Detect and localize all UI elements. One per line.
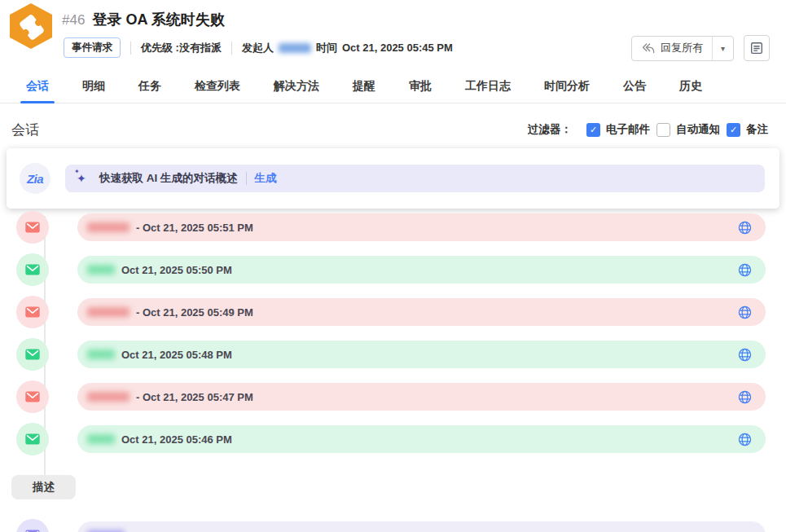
conversation-row[interactable]: Oct 21, 2025 05:50 PM [77,256,766,284]
generate-link[interactable]: 生成 [255,171,277,186]
sender-name-redacted [87,307,130,317]
email-red-avatar [16,380,49,413]
ticket-icon [19,14,45,42]
globe-icon [737,262,753,278]
filter-option-label: 自动通知 [676,122,720,137]
globe-button[interactable] [737,389,753,405]
timeline-avatar-column [0,211,77,244]
tab-3[interactable]: 检查列表 [194,72,241,103]
tab-5[interactable]: 提醒 [352,72,376,103]
globe-icon [737,347,753,363]
divider [246,172,247,185]
email-green-avatar [16,338,49,371]
entry-timestamp: Oct 21, 2025 05:50 PM [121,264,232,276]
entry-timestamp: - Oct 21, 2025 05:47 PM [136,391,253,403]
created-time: Oct 21, 2025 05:45 PM [342,42,453,54]
email-icon [24,430,42,448]
entry-timestamp: - Oct 21, 2025 05:49 PM [136,306,253,319]
tab-1[interactable]: 明细 [81,72,106,103]
globe-button[interactable] [737,220,753,235]
timeline-avatar-column [0,253,77,286]
reply-all-icon [641,42,655,55]
sender-name-redacted [87,350,115,359]
page-title: 登录 OA 系统时失败 [92,10,224,29]
requester-group: 发起人 时间 Oct 21, 2025 05:45 PM [242,41,453,55]
email-icon [24,526,42,532]
checkbox-checked-icon[interactable]: ✓ [586,123,600,137]
sender-name-redacted [87,265,115,275]
ticket-meta: 事件请求 优先级 :没有指派 发起人 时间 Oct 21, 2025 05:45… [64,37,453,58]
reply-options-dropdown[interactable]: ▾ [712,36,733,61]
section-title: 会话 [11,121,39,139]
filter-checkbox-2[interactable]: ✓备注 [727,122,768,137]
globe-icon [737,220,753,235]
globe-button[interactable] [737,262,753,278]
entry-timestamp: Oct 21, 2025 05:48 PM [121,349,232,361]
filter-option-label: 备注 [746,122,768,137]
globe-button[interactable] [737,432,753,447]
email-green-avatar [16,253,49,286]
divider [130,42,131,55]
conversation-row[interactable]: - Oct 21, 2025 05:51 PM [77,213,766,241]
tab-7[interactable]: 工作日志 [464,72,512,103]
ai-prompt-text: 快速获取 AI 生成的对话概述 [99,171,238,186]
app-logo [10,3,52,49]
ticket-header: #46 登录 OA 系统时失败 [62,10,225,29]
email-green-avatar [16,423,49,455]
reply-all-button[interactable]: 回复所有 [632,41,712,55]
description-badge[interactable]: 描述 [11,475,76,499]
email-red-avatar [16,211,49,244]
notes-button[interactable] [744,35,770,61]
conversation-entry: - Oct 21, 2025 05:49 PM [0,296,786,328]
conversation-entry: - Oct 21, 2025 05:45 PM [0,519,786,532]
timeline-avatar-column [0,519,77,532]
conversation-row[interactable]: - Oct 21, 2025 05:49 PM [77,298,766,326]
request-type-badge: 事件请求 [64,37,121,58]
tab-4[interactable]: 解决方法 [273,72,320,103]
filter-checkbox-1[interactable]: 自动通知 [656,122,720,137]
checkbox-checked-icon[interactable]: ✓ [727,123,740,137]
sender-name-redacted [87,222,130,232]
tab-8[interactable]: 时间分析 [543,72,591,103]
tab-6[interactable]: 审批 [408,72,433,103]
email-purple-avatar [16,519,49,532]
filter-option-label: 电子邮件 [606,122,650,137]
divider [231,42,232,55]
filter-checkbox-0[interactable]: ✓电子邮件 [586,122,650,137]
checkbox-unchecked-icon[interactable] [656,123,670,137]
header-actions: 回复所有 ▾ [631,35,770,61]
conversation-entry: - Oct 21, 2025 05:47 PM [0,380,786,413]
tab-10[interactable]: 历史 [678,72,703,103]
conversation-row[interactable]: - Oct 21, 2025 05:47 PM [77,383,766,411]
tab-9[interactable]: 公告 [622,72,647,103]
conversation-timeline: - Oct 21, 2025 05:51 PMOct 21, 2025 05:5… [0,211,786,532]
conversation-section-header: 会话 过滤器： ✓电子邮件自动通知✓备注 [0,112,786,147]
email-icon [24,261,42,279]
tab-0[interactable]: 会话 [25,72,50,103]
globe-button[interactable] [737,347,753,363]
conversation-row[interactable]: Oct 21, 2025 05:46 PM [77,425,766,453]
ticket-detail-page: #46 登录 OA 系统时失败 事件请求 优先级 :没有指派 发起人 时间 Oc… [0,0,786,532]
globe-icon [737,305,753,320]
entry-timestamp: - Oct 21, 2025 05:45 PM [131,530,248,532]
email-icon [24,218,42,236]
globe-icon [737,432,753,447]
zia-logo-icon[interactable]: Zia [20,163,50,194]
ai-summary-card: Zia ✦✦ 快速获取 AI 生成的对话概述 生成 [7,148,779,209]
ticket-id: #46 [62,12,85,29]
ai-summary-bar: ✦✦ 快速获取 AI 生成的对话概述 生成 [65,165,765,192]
sparkle-icon: ✦✦ [77,173,91,184]
filters: 过滤器： ✓电子邮件自动通知✓备注 [528,122,768,137]
reply-all-button-group: 回复所有 ▾ [631,36,734,61]
conversation-entry: - Oct 21, 2025 05:51 PM [0,211,786,244]
email-icon [24,388,42,406]
sender-name-redacted [87,392,130,402]
conversation-row[interactable]: Oct 21, 2025 05:48 PM [77,341,766,368]
globe-button[interactable] [737,305,753,320]
ticket-tabs: 会话明细任务检查列表解决方法提醒审批工作日志时间分析公告历史 [0,72,786,103]
timeline-avatar-column [0,380,77,413]
conversation-row[interactable]: - Oct 21, 2025 05:45 PM [77,521,766,532]
tab-2[interactable]: 任务 [138,72,162,103]
timeline-avatar-column [0,296,77,328]
globe-icon [737,389,753,405]
